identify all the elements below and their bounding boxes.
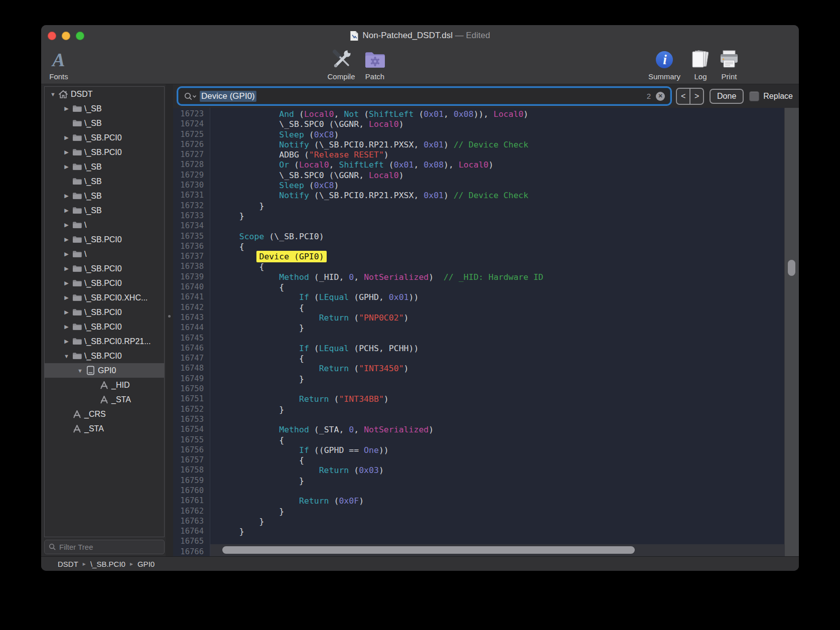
disclosure-triangle[interactable]: ▶ xyxy=(62,280,71,286)
folder-icon xyxy=(72,278,82,288)
tree-item[interactable]: ▶\_SB.PCI0.RP21... xyxy=(45,334,164,349)
horizontal-scrollbar[interactable] xyxy=(210,544,785,556)
disclosure-triangle[interactable]: ▶ xyxy=(62,309,71,316)
line-number: 16754 xyxy=(173,425,210,435)
done-button[interactable]: Done xyxy=(710,89,744,104)
line-number: 16758 xyxy=(173,465,210,476)
tree-item[interactable]: ▶\_SB xyxy=(45,189,164,203)
tree-item[interactable]: \_SB xyxy=(45,174,164,189)
tree-item[interactable]: _CRS xyxy=(45,407,164,421)
tree-item[interactable]: ▶\_SB.PCI0 xyxy=(45,305,164,320)
toolbar-button-summary[interactable]: i Summary xyxy=(644,48,684,80)
vertical-scrollbar-thumb[interactable] xyxy=(788,260,795,276)
disclosure-triangle[interactable]: ▶ xyxy=(62,105,71,112)
breadcrumb-separator: ▸ xyxy=(83,560,86,567)
search-scope-icon[interactable] xyxy=(184,92,197,101)
toolbar-button-print[interactable]: Print xyxy=(716,48,742,80)
tree-item-label: _CRS xyxy=(84,410,106,419)
horizontal-scrollbar-thumb[interactable] xyxy=(222,546,635,554)
close-button[interactable] xyxy=(48,32,56,40)
tree-item[interactable]: ▶\_SB.PCI0.XHC... xyxy=(45,290,164,305)
search-input[interactable]: Device (GPI0) 2 ✕ xyxy=(178,88,670,104)
code-line: Method (_HID, 0, NotSerialized) // _HID:… xyxy=(219,272,784,282)
disclosure-triangle[interactable]: ▶ xyxy=(62,222,71,228)
tree-item[interactable]: ▶\_SB xyxy=(45,160,164,174)
toolbar-button-log[interactable]: Log xyxy=(687,48,714,80)
tree-item-label: \_SB.PCI0 xyxy=(84,323,122,332)
code-line: { xyxy=(219,455,784,465)
code-editor[interactable]: 1672316724167251672616727167281672916730… xyxy=(173,108,799,556)
line-number: 16755 xyxy=(173,435,210,445)
find-next-button[interactable]: > xyxy=(690,89,703,104)
vertical-scrollbar[interactable] xyxy=(784,108,799,556)
zoom-button[interactable] xyxy=(76,32,84,40)
disclosure-triangle[interactable]: ▶ xyxy=(62,236,71,243)
tree-item[interactable]: ▶\_SB.PCI0 xyxy=(45,145,164,160)
toolbar-button-patch[interactable]: Patch xyxy=(360,48,389,80)
tree-item[interactable]: _STA xyxy=(45,421,164,436)
disclosure-triangle[interactable]: ▼ xyxy=(76,368,84,374)
disclosure-triangle[interactable]: ▶ xyxy=(62,324,71,330)
tree-item[interactable]: _STA xyxy=(45,392,164,407)
pane-splitter[interactable] xyxy=(166,84,173,556)
toolbar: A Fonts Compile xyxy=(41,46,799,84)
tree-item[interactable]: ▶\_SB.PCI0 xyxy=(45,130,164,145)
disclosure-triangle[interactable]: ▶ xyxy=(62,149,71,155)
disclosure-triangle[interactable]: ▼ xyxy=(62,353,71,359)
code-line: } xyxy=(219,507,784,517)
clear-search-button[interactable]: ✕ xyxy=(656,92,665,101)
tree-item-label: \_SB.PCI0 xyxy=(84,264,122,273)
disclosure-triangle[interactable]: ▶ xyxy=(62,164,71,170)
toolbar-button-fonts[interactable]: A Fonts xyxy=(45,48,72,80)
tree-item[interactable]: ▶\_SB.PCI0 xyxy=(45,232,164,247)
sidebar: ▼DSDT▶\_SB\_SB▶\_SB.PCI0▶\_SB.PCI0▶\_SB\… xyxy=(41,84,166,556)
compile-icon xyxy=(330,48,353,71)
tree-item[interactable]: ▶\_SB xyxy=(45,101,164,116)
document-icon[interactable] xyxy=(350,31,358,41)
disclosure-triangle[interactable]: ▶ xyxy=(62,134,71,141)
breadcrumb-item[interactable]: GPI0 xyxy=(137,560,155,568)
window-edited-state: — Edited xyxy=(455,31,490,40)
minimize-button[interactable] xyxy=(62,32,70,40)
tree-item[interactable]: ▶\ xyxy=(45,247,164,261)
filter-tree-input[interactable]: Filter Tree xyxy=(44,540,165,554)
disclosure-triangle[interactable]: ▶ xyxy=(62,265,71,272)
line-number: 16739 xyxy=(173,272,210,282)
disclosure-triangle[interactable]: ▶ xyxy=(62,338,71,345)
disclosure-triangle[interactable]: ▶ xyxy=(62,207,71,214)
replace-checkbox[interactable] xyxy=(749,91,759,101)
disclosure-triangle[interactable]: ▼ xyxy=(49,91,57,97)
find-previous-button[interactable]: < xyxy=(677,89,690,104)
disclosure-triangle[interactable]: ▶ xyxy=(62,294,71,301)
line-number: 16749 xyxy=(173,374,210,384)
code-line: Sleep (0xC8) xyxy=(219,130,784,140)
tree-item[interactable]: _HID xyxy=(45,378,164,392)
tree-item[interactable]: ▼DSDT xyxy=(45,87,164,101)
tree-item[interactable]: ▶\_SB.PCI0 xyxy=(45,320,164,334)
titlebar[interactable]: Non-Patched_DSDT.dsl — Edited xyxy=(41,25,799,46)
tree-item[interactable]: ▼GPI0 xyxy=(45,363,164,378)
code-line: { xyxy=(219,303,784,313)
tree-item[interactable]: ▶\_SB xyxy=(45,203,164,218)
breadcrumb-item[interactable]: DSDT xyxy=(58,560,78,568)
line-number: 16750 xyxy=(173,384,210,394)
folder-icon xyxy=(72,220,82,230)
code-line: Sleep (0xC8) xyxy=(219,181,784,191)
tree-item-label: \_SB.PCI0 xyxy=(84,308,122,317)
disclosure-triangle[interactable]: ▶ xyxy=(62,251,71,257)
folder-icon xyxy=(72,293,82,303)
tree-item-label: \_SB xyxy=(84,119,102,128)
filter-tree-placeholder: Filter Tree xyxy=(59,543,93,551)
tree-item[interactable]: \_SB xyxy=(45,116,164,130)
tree-item[interactable]: ▶\ xyxy=(45,218,164,232)
tree-item[interactable]: ▼\_SB.PCI0 xyxy=(45,349,164,363)
breadcrumb: DSDT▸\_SB.PCI0▸GPI0 xyxy=(41,556,799,571)
fonts-icon: A xyxy=(52,50,65,70)
tree-item[interactable]: ▶\_SB.PCI0 xyxy=(45,276,164,290)
disclosure-triangle[interactable]: ▶ xyxy=(62,193,71,199)
tree-item[interactable]: ▶\_SB.PCI0 xyxy=(45,261,164,276)
toolbar-button-compile[interactable]: Compile xyxy=(323,48,359,80)
code-area[interactable]: And (Local0, Not (ShiftLeft (0x01, 0x08)… xyxy=(210,108,784,556)
tree-item-label: \_SB.PCI0 xyxy=(84,133,122,142)
breadcrumb-item[interactable]: \_SB.PCI0 xyxy=(90,560,125,568)
